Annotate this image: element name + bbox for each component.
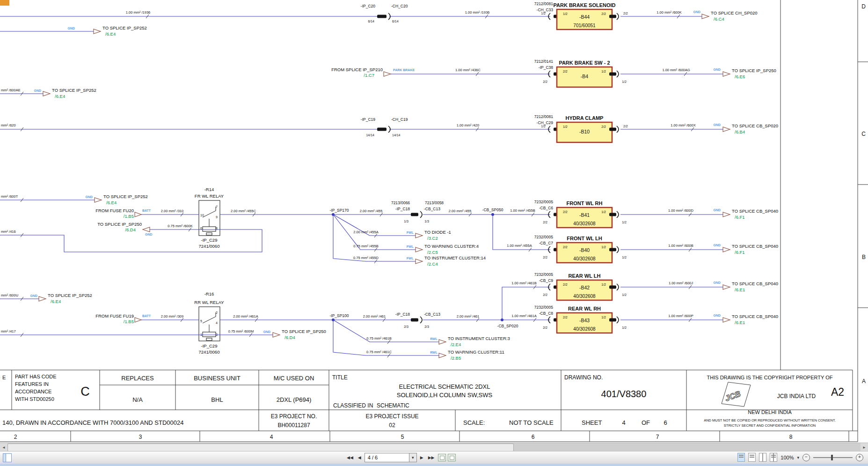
scroll-left-button[interactable]: ◄ (0, 443, 7, 451)
pin-label: 1/3 (404, 220, 408, 223)
page-dropdown-caret-icon[interactable]: ▾ (409, 453, 416, 462)
sheet-ref: /6.D4 (284, 335, 295, 340)
company-location: NEW DELHI INDIA (748, 409, 792, 415)
pin-label: 1/2 (622, 80, 627, 83)
pin-label: 7 (216, 205, 218, 208)
pin-label: 2/2 (563, 283, 568, 286)
sheet-ref: /1.B5 (124, 319, 134, 324)
wire-label: 1.00 mm² /461A (511, 314, 536, 318)
wire-label: 1.00 mm² /600B (668, 244, 693, 248)
wire-label: 2.00 mm² /455 (360, 209, 382, 213)
splice-ref: FROM FUSE FU19 (95, 313, 134, 318)
pin-label: 2/2 (623, 12, 628, 15)
continuous-view-button[interactable] (748, 453, 756, 462)
connector-label: -CH_C20 (391, 4, 408, 8)
pin-label: 2/2 (601, 12, 606, 15)
component-part: 40/302608 (573, 326, 596, 332)
next-page-button[interactable]: ▶ (419, 455, 425, 461)
zoom-in-button[interactable]: + (856, 454, 863, 461)
connector-code: 7232/0005 (534, 235, 553, 239)
corner-highlight (0, 0, 9, 6)
pin-label: 1/2 (563, 12, 568, 15)
sidebar-toggle-icon[interactable] (3, 453, 12, 462)
splice-ref: TO SPLICE IP_SP252 (103, 194, 148, 199)
splice-ref: TO SPLICE CB_SP040 (732, 281, 778, 286)
splice-arrow-icon (416, 233, 423, 238)
connector-code: 7232/0005 (534, 272, 553, 277)
new-window-button[interactable] (438, 454, 446, 461)
sheet-ref: /6.F1 (735, 215, 745, 220)
sheet-size: A2 (831, 386, 844, 398)
pin-label: 10 (200, 214, 204, 217)
page-number-combobox[interactable]: 4 / 6 ▾ (365, 453, 417, 462)
sheet-ref: /6.C4 (714, 16, 724, 22)
zoom-slider[interactable] (813, 454, 853, 461)
sheet-ref: /6.F1 (735, 250, 745, 255)
zoom-dropdown-caret-icon[interactable]: ▾ (797, 455, 799, 460)
drawing-no-header: DRAWING NO. (564, 374, 603, 381)
splice-arrow-icon (39, 296, 46, 301)
connector-label: -IP_C18 (395, 312, 410, 317)
classified-label: CLASSIFIED IN (333, 402, 373, 409)
sheet-total: 6 (664, 419, 667, 426)
relay-desc: RR WL RELAY (194, 300, 224, 305)
gnd-stub-3: mm² /600T GND TO SPLICE IP_SP252 /6.E4 (0, 194, 148, 205)
e3-issue-value: 02 (389, 422, 395, 429)
duplicate-window-button[interactable] (448, 454, 456, 461)
previous-page-button[interactable]: ◀ (357, 455, 363, 461)
part-code-note: WITH STD00250 (15, 396, 54, 402)
splice-label: -IP_SP170 (329, 208, 349, 213)
component-name: -B43 (579, 318, 590, 323)
pin-label: 2/2 (543, 80, 547, 83)
gnd-tag: GND (713, 68, 721, 71)
scroll-right-button[interactable]: ► (861, 443, 868, 451)
splice-ref: TO SPLICE CB_SP040 (732, 314, 778, 319)
connector-code: 7212/0141 (534, 59, 553, 64)
gnd-tag: GND (67, 27, 75, 30)
relay-name: -R14 (204, 187, 214, 192)
splice-arrow-icon (723, 318, 730, 322)
window-bottom-strip (0, 464, 868, 466)
revision-letter: C (80, 385, 90, 399)
e3-issue-header: E3 PROJECT ISSUE (365, 413, 418, 420)
splice-ref: TO SPLICE IP_SP252 (48, 293, 92, 298)
last-page-button[interactable]: ▶▶ (427, 455, 436, 461)
two-page-view-button[interactable] (759, 453, 766, 462)
signal-tag: PARK BRAKE (393, 68, 415, 72)
title-block: E PART HAS CODE FEATURES IN ACCORDANCE W… (0, 370, 858, 442)
replaces-value: N/A (132, 396, 143, 403)
pin-label: 1/2 (541, 12, 546, 15)
mc-used-on-header: M/C USED ON (274, 375, 314, 382)
grid-number: 8 (789, 434, 793, 440)
zoom-slider-handle[interactable] (831, 455, 833, 460)
sheet-ref: /6.E1 (735, 287, 745, 292)
wire-label: 2.00 mm² /461 (363, 314, 386, 318)
fwl-tag: FWL (407, 231, 414, 234)
zoom-controls: 100% ▾ − + (737, 453, 863, 462)
connector-code: 7232/0005 (534, 305, 553, 310)
first-page-button[interactable]: ◀◀ (345, 455, 355, 461)
row-front-wl-rh: 2.00 mm² /455C -IP_SP170 2.00 mm² /455 7… (220, 200, 778, 228)
wire-label: 1.00 mm² /600J (669, 281, 693, 285)
splice-ref: TO SPLICE CH_SP020 (711, 10, 758, 15)
zoom-out-button[interactable]: − (802, 454, 810, 461)
horizontal-scrollbar[interactable]: ◄ ► (0, 443, 868, 451)
scrollbar-thumb[interactable] (7, 444, 514, 451)
splice-arrow-icon (723, 127, 730, 132)
component-part: 40/302608 (573, 221, 596, 226)
component-title: HYDRA CLAMP (566, 115, 604, 121)
splice-ref: TO WARNING CLUSTER:4 (424, 244, 479, 249)
pin-label: 2/2 (543, 256, 547, 259)
confidential-note: AND MUST NOT BE COPIED OR REPRODUCED WIT… (704, 418, 836, 422)
component-name: -B42 (579, 285, 590, 290)
connector-code: 7213/0058 (425, 200, 444, 205)
continuous-two-page-view-button[interactable] (770, 453, 777, 462)
pin-label: 1/2 (622, 221, 627, 224)
splice-ref: TO SPLICE CB_SP040 (732, 208, 778, 214)
pin-label: 2/2 (623, 125, 628, 128)
gnd-stub-4: mm² /600U GND TO SPLICE IP_SP252 /6.E4 (0, 293, 92, 304)
splice-label: -IP_SP100 (329, 313, 349, 318)
single-page-view-button[interactable] (737, 453, 745, 462)
batt-tag: BATT (142, 314, 151, 318)
component-title: PARK BRAKE SOLENOID (553, 2, 615, 8)
